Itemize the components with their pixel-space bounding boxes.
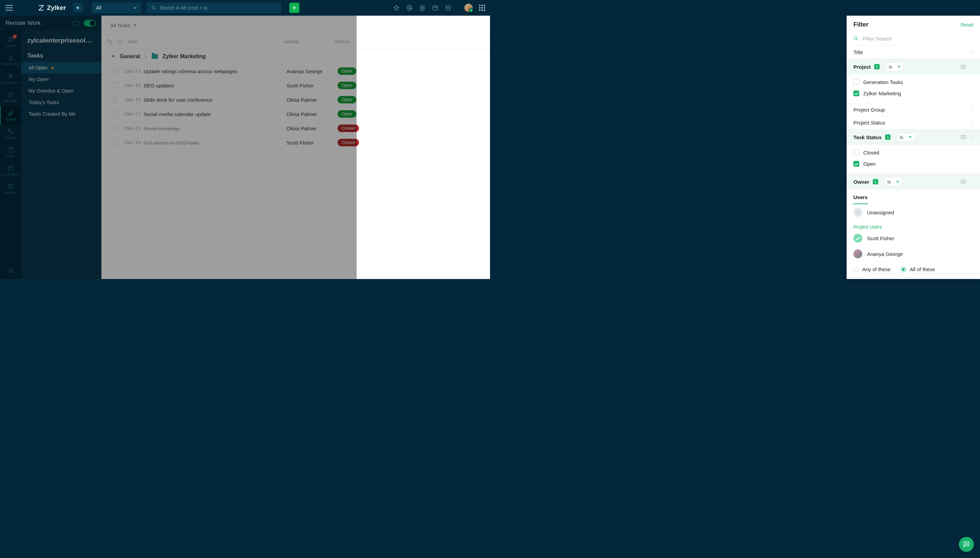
plus-icon bbox=[292, 5, 297, 11]
search-input[interactable] bbox=[159, 5, 276, 11]
search-scope-label: All bbox=[96, 5, 102, 11]
chevron-down-icon bbox=[133, 6, 137, 10]
apps-grid-icon[interactable] bbox=[479, 5, 485, 11]
add-button[interactable] bbox=[289, 3, 299, 13]
brand-logo-icon bbox=[38, 5, 44, 11]
calendar-small-icon[interactable] bbox=[432, 5, 438, 11]
store-icon[interactable] bbox=[445, 5, 451, 11]
svg-point-1 bbox=[407, 5, 412, 11]
separator bbox=[458, 4, 458, 11]
sound-button[interactable] bbox=[74, 3, 83, 13]
search-icon bbox=[151, 5, 156, 11]
star-icon[interactable] bbox=[393, 5, 400, 11]
svg-point-2 bbox=[408, 7, 410, 9]
modal-overlay[interactable] bbox=[0, 16, 356, 279]
brand: Zylker bbox=[38, 4, 66, 11]
search-scope-select[interactable]: All bbox=[92, 2, 141, 13]
reminder-icon[interactable] bbox=[419, 5, 426, 11]
menu-button[interactable] bbox=[5, 4, 13, 11]
brand-name: Zylker bbox=[47, 4, 66, 11]
svg-point-0 bbox=[152, 6, 154, 8]
speaker-icon bbox=[76, 5, 81, 11]
user-avatar[interactable] bbox=[464, 3, 473, 12]
svg-rect-5 bbox=[433, 6, 437, 10]
mention-icon[interactable] bbox=[406, 5, 413, 11]
global-search[interactable] bbox=[146, 2, 281, 13]
